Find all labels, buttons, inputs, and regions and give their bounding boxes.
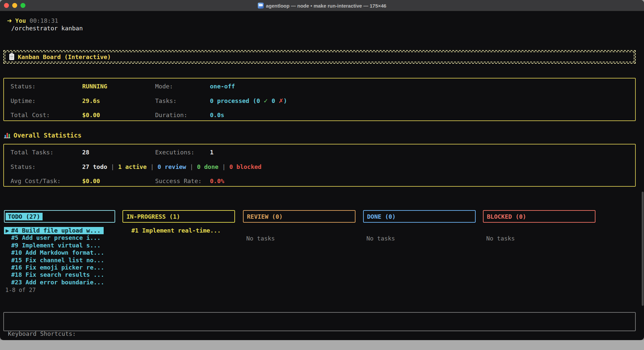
kanban-column-review: REVIEW (0) No tasks [243, 210, 356, 242]
duration-value: 0.0s [210, 108, 224, 122]
status-panel: Status: RUNNING Mode: one-off Uptime: 29… [3, 78, 636, 121]
column-title-blocked: BLOCKED (0) [487, 213, 526, 220]
mode-label: Mode: [155, 79, 173, 94]
task-item-label: #9 Implement virtual s... [11, 242, 101, 249]
task-item-label: #4 Build file upload w... [11, 227, 101, 234]
empty-state-text: No tasks [243, 235, 356, 242]
task-item-label: #10 Add Markdown format... [11, 249, 104, 256]
empty-state-text: No tasks [363, 235, 476, 242]
shortcuts-title: Keyboard Shortcuts: [8, 330, 631, 338]
uptime-value: 29.6s [82, 94, 100, 108]
status-breakdown-value: 27 todo|1 active|0 review|0 done|0 block… [82, 160, 261, 174]
total-cost-label: Total Cost: [11, 108, 50, 122]
done-count: 0 done [197, 163, 219, 170]
task-item[interactable]: #5 Add user presence i... [4, 234, 115, 241]
task-item-label: #16 Fix emoji picker re... [11, 264, 104, 271]
zoom-button[interactable] [20, 3, 25, 8]
uptime-label: Uptime: [11, 94, 36, 108]
status-label: Status: [11, 79, 36, 94]
terminal-app-icon [258, 3, 264, 9]
column-header-in-progress[interactable]: IN-PROGRESS (1) [122, 210, 235, 223]
executions-label: Executions: [155, 145, 194, 160]
column-header-done[interactable]: DONE (0) [363, 210, 476, 223]
tasks-processed-text: 0 processed (0 [210, 97, 260, 104]
window-title: agentloop — node • make run-interactive … [0, 0, 644, 11]
prompt-arrow-icon: ➜ [7, 17, 12, 24]
success-rate-value: 0.0% [210, 174, 224, 188]
board-title-box: Kanban Board (Interactive) [3, 50, 636, 64]
stats-row-1: Total Tasks: 28 Executions: 1 [4, 145, 635, 160]
selection-arrow-icon: ▶ [6, 227, 9, 234]
separator: | [111, 163, 115, 170]
shortcuts-panel: Keyboard Shortcuts: ←/→/Tab: Switch colu… [3, 312, 636, 331]
task-item[interactable]: #9 Implement virtual s... [4, 242, 115, 249]
window-titlebar[interactable]: agentloop — node • make run-interactive … [0, 0, 644, 11]
total-tasks-label: Total Tasks: [11, 145, 53, 160]
task-item[interactable]: #18 Fix search results ... [4, 271, 115, 278]
tasks-fail-count: 0 [272, 97, 275, 104]
status-value: RUNNING [82, 79, 107, 94]
terminal-window: agentloop — node • make run-interactive … [0, 0, 644, 340]
board-title: Kanban Board (Interactive) [18, 53, 111, 60]
avg-cost-label: Avg Cost/Task: [11, 174, 61, 188]
separator: | [190, 163, 193, 170]
task-item-selected[interactable]: ▶#4 Build file upload w... [4, 227, 104, 234]
prompt-user: You [15, 17, 26, 24]
review-count: 0 review [157, 163, 186, 170]
kanban-column-done: DONE (0) No tasks [363, 210, 476, 242]
stats-panel: Total Tasks: 28 Executions: 1 Status: 27… [3, 144, 636, 187]
task-item-label: #18 Fix search results ... [11, 271, 104, 278]
task-item[interactable]: #23 Add error boundarie... [4, 279, 115, 286]
tasks-suffix: ) [284, 97, 287, 104]
task-item-label: #15 Fix channel list no... [11, 257, 104, 264]
column-header-todo[interactable]: TODO (27) [4, 210, 115, 223]
column-header-blocked[interactable]: BLOCKED (0) [483, 210, 595, 223]
status-breakdown-label: Status: [11, 160, 36, 174]
total-tasks-value: 28 [82, 145, 89, 160]
status-row-1: Status: RUNNING Mode: one-off [4, 79, 635, 94]
task-item[interactable]: #1 Implement real-time... [122, 227, 235, 234]
task-item[interactable]: #16 Fix emoji picker re... [4, 264, 115, 271]
terminal-content: ➜You00:18:31 /orchestrator kanban Kanban… [0, 11, 644, 340]
status-row-3: Total Cost: $0.00 Duration: 0.0s [4, 108, 635, 122]
total-cost-value: $0.00 [82, 108, 100, 122]
command-text: /orchestrator kanban [11, 25, 83, 32]
task-item-label: #23 Add error boundarie... [11, 279, 104, 286]
cross-icon: ✗ [279, 97, 284, 104]
close-button[interactable] [4, 3, 9, 8]
separator: | [222, 163, 226, 170]
column-title-todo: TODO (27) [6, 213, 43, 220]
kanban-column-todo: TODO (27) ▶#4 Build file upload w... #5 … [4, 210, 115, 294]
todo-count: 27 todo [82, 163, 107, 170]
kanban-column-in-progress: IN-PROGRESS (1) #1 Implement real-time..… [122, 210, 235, 234]
mode-value: one-off [210, 79, 235, 94]
kanban-board: TODO (27) ▶#4 Build file upload w... #5 … [0, 210, 644, 309]
stats-row-2: Status: 27 todo|1 active|0 review|0 done… [4, 160, 635, 174]
active-count: 1 active [118, 163, 147, 170]
avg-cost-value: $0.00 [82, 174, 100, 188]
task-item-label: #1 Implement real-time... [131, 227, 221, 234]
scrollbar-thumb[interactable] [642, 192, 644, 306]
column-title-in-progress: IN-PROGRESS (1) [126, 213, 180, 220]
stats-row-3: Avg Cost/Task: $0.00 Success Rate: 0.0% [4, 174, 635, 188]
status-row-2: Uptime: 29.6s Tasks: 0 processed (0✓0✗) [4, 94, 635, 108]
task-item[interactable]: #15 Fix channel list no... [4, 257, 115, 264]
prompt-line: ➜You00:18:31 [7, 17, 58, 24]
executions-value: 1 [210, 145, 214, 160]
column-title-review: REVIEW (0) [247, 213, 283, 220]
prompt-timestamp: 00:18:31 [30, 17, 58, 24]
column-title-done: DONE (0) [367, 213, 396, 220]
window-title-text: agentloop — node • make run-interactive … [266, 3, 387, 9]
column-header-review[interactable]: REVIEW (0) [243, 210, 356, 223]
kanban-column-blocked: BLOCKED (0) No tasks [483, 210, 595, 242]
window-controls [0, 3, 25, 8]
tasks-label: Tasks: [155, 94, 177, 108]
empty-state-text: No tasks [483, 235, 595, 242]
blocked-count: 0 blocked [229, 163, 262, 170]
clipboard-icon [9, 54, 14, 60]
bar-chart-icon [4, 132, 10, 138]
separator: | [150, 163, 154, 170]
minimize-button[interactable] [12, 3, 17, 8]
task-item[interactable]: #10 Add Markdown format... [4, 249, 115, 256]
success-rate-label: Success Rate: [155, 174, 202, 188]
